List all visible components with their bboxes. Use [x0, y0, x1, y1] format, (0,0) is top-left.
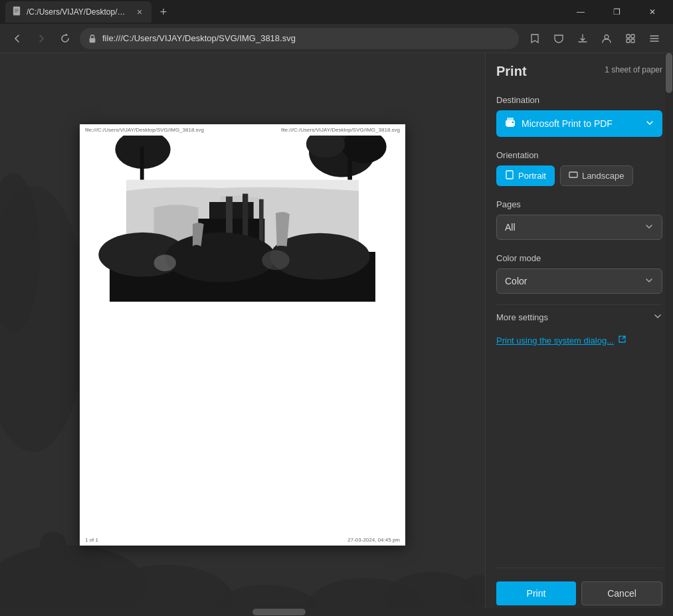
svg-rect-43	[507, 118, 514, 121]
svg-rect-6	[631, 39, 634, 43]
back-button[interactable]	[8, 29, 27, 48]
portrait-label: Portrait	[518, 171, 546, 181]
svg-point-45	[512, 122, 514, 123]
system-dialog-text: Print using the system dialog...	[496, 336, 614, 346]
svg-rect-0	[13, 7, 20, 15]
action-buttons: Print Cancel	[496, 573, 662, 605]
paper-white-space	[80, 302, 405, 481]
bookmark-button[interactable]	[524, 28, 545, 49]
portrait-icon	[505, 170, 514, 181]
url-box[interactable]: file:///C:/Users/VIJAY/Desktop/SVG/IMG_3…	[80, 28, 519, 49]
print-preview-overlay: file:///C:/Users/VIJAY/Desktop/SVG/IMG_3…	[0, 53, 485, 616]
content-area: file:///C:/Users/VIJAY/Desktop/SVG/IMG_3…	[0, 53, 673, 616]
paper-header: file:///C:/Users/VIJAY/Desktop/SVG/IMG_3…	[80, 124, 405, 136]
divider	[496, 567, 662, 568]
color-dropdown[interactable]: Color	[496, 268, 662, 294]
tab-title: /C:/Users/VIJAY/Desktop/SVG/IMG_...	[27, 7, 130, 17]
svg-rect-3	[626, 35, 630, 38]
tab-bar: /C:/Users/VIJAY/Desktop/SVG/IMG_... × + …	[0, 0, 673, 24]
svg-rect-44	[507, 124, 514, 127]
print-title-block: Print	[496, 64, 527, 79]
portrait-button[interactable]: Portrait	[496, 165, 555, 186]
tab-bar-right: — ❐ ✕	[565, 0, 668, 24]
maximize-button[interactable]: ❐	[601, 0, 632, 24]
print-panel: Print 1 sheet of paper Destination Micro…	[485, 53, 673, 616]
svg-rect-4	[631, 35, 634, 38]
svg-point-40	[154, 255, 176, 271]
toolbar-icons	[524, 28, 665, 49]
bottom-scrollbar[interactable]	[0, 608, 673, 616]
destination-arrow-icon	[645, 118, 654, 130]
paper-preview: file:///C:/Users/VIJAY/Desktop/SVG/IMG_3…	[80, 124, 405, 546]
color-mode-label: Color mode	[496, 253, 662, 263]
sheets-info: 1 sheet of paper	[605, 65, 662, 74]
new-tab-button[interactable]: +	[154, 3, 173, 21]
refresh-button[interactable]	[56, 29, 74, 48]
pages-arrow-icon	[644, 222, 654, 233]
paper-header-right: file:///C:/Users/VIJAY/Desktop/SVG/IMG_3…	[281, 127, 400, 133]
pages-value: All	[505, 222, 639, 233]
destination-label: Destination	[496, 95, 662, 105]
tab-favicon	[12, 6, 23, 19]
landscape-icon	[569, 170, 578, 181]
pages-section: Pages All	[496, 197, 662, 240]
color-value: Color	[505, 276, 639, 286]
orientation-label: Orientation	[496, 150, 662, 160]
svg-point-41	[262, 250, 290, 270]
paper-timestamp: 27-03-2024, 04:45 pm	[347, 537, 400, 543]
svg-point-38	[165, 232, 276, 282]
orientation-section: Orientation Portrait Landscape	[496, 148, 662, 186]
pages-dropdown[interactable]: All	[496, 215, 662, 240]
print-header: Print 1 sheet of paper	[496, 64, 662, 79]
minimize-button[interactable]: —	[565, 0, 596, 24]
color-arrow-icon	[644, 276, 654, 287]
svg-rect-47	[569, 172, 577, 177]
pages-label: Pages	[496, 199, 662, 209]
account-button[interactable]	[596, 28, 617, 49]
svg-rect-35	[259, 199, 264, 246]
svg-point-2	[605, 35, 609, 39]
svg-rect-29	[140, 146, 144, 179]
print-title: Print	[496, 64, 527, 79]
more-settings-label: More settings	[496, 312, 548, 322]
forward-button[interactable]	[32, 29, 50, 48]
scrollbar-thumb[interactable]	[666, 53, 672, 93]
external-link-icon	[618, 335, 626, 346]
print-button[interactable]: Print	[496, 581, 576, 605]
orientation-buttons: Portrait Landscape	[496, 165, 662, 186]
spacer	[496, 351, 662, 562]
active-tab[interactable]: /C:/Users/VIJAY/Desktop/SVG/IMG_... ×	[5, 1, 151, 23]
menu-button[interactable]	[644, 28, 665, 49]
system-dialog-link[interactable]: Print using the system dialog...	[496, 330, 662, 351]
address-bar: file:///C:/Users/VIJAY/Desktop/SVG/IMG_3…	[0, 24, 673, 53]
bw-image-svg	[80, 136, 405, 302]
cancel-button[interactable]: Cancel	[581, 581, 662, 605]
landscape-label: Landscape	[582, 171, 625, 181]
color-mode-section: Color mode Color	[496, 251, 662, 294]
extensions-button[interactable]	[620, 28, 641, 49]
url-text: file:///C:/Users/VIJAY/Desktop/SVG/IMG_3…	[102, 33, 296, 43]
pocket-button[interactable]	[548, 28, 569, 49]
destination-value: Microsoft Print to PDF	[522, 118, 640, 129]
scrollbar-track[interactable]	[665, 53, 673, 616]
printer-icon	[504, 116, 516, 131]
svg-rect-27	[347, 152, 352, 180]
paper-page-number: 1 of 1	[85, 537, 98, 543]
destination-dropdown[interactable]: Microsoft Print to PDF	[496, 110, 662, 137]
svg-rect-46	[506, 171, 513, 179]
svg-rect-1	[90, 38, 96, 43]
bottom-scrollbar-thumb[interactable]	[252, 609, 306, 615]
browser-chrome: /C:/Users/VIJAY/Desktop/SVG/IMG_... × + …	[0, 0, 673, 53]
close-button[interactable]: ✕	[637, 0, 668, 24]
lock-icon	[88, 34, 97, 43]
landscape-button[interactable]: Landscape	[560, 165, 633, 186]
paper-footer: 1 of 1 27-03-2024, 04:45 pm	[85, 537, 400, 543]
more-settings-chevron-icon	[653, 312, 662, 323]
paper-header-left: file:///C:/Users/VIJAY/Desktop/SVG/IMG_3…	[85, 127, 204, 133]
more-settings-row[interactable]: More settings	[496, 304, 662, 330]
download-button[interactable]	[572, 28, 593, 49]
bw-artwork	[80, 136, 405, 302]
svg-rect-5	[626, 39, 630, 43]
tab-close-button[interactable]: ×	[134, 7, 145, 17]
